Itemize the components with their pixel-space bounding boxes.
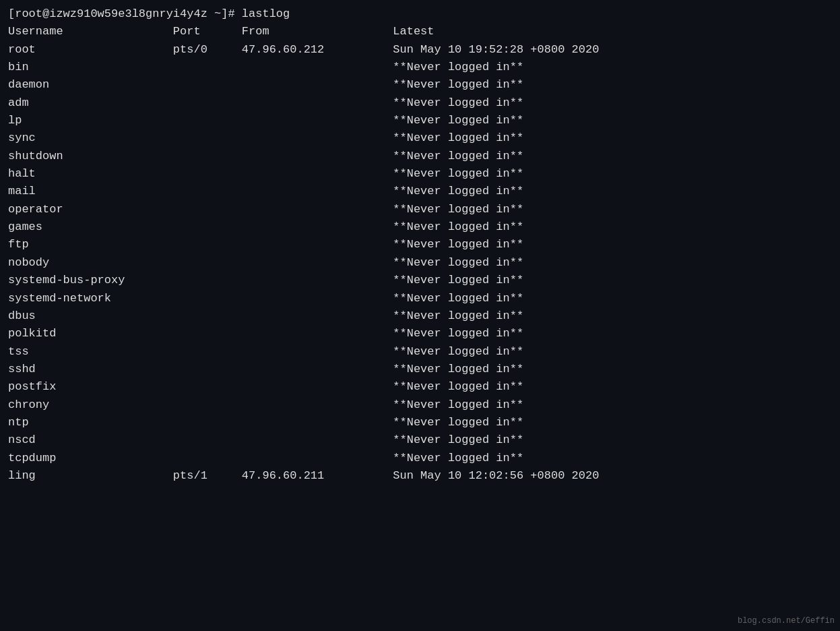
table-row: mail **Never logged in** xyxy=(8,183,832,200)
table-row: sshd **Never logged in** xyxy=(8,361,832,378)
watermark: blog.csdn.net/Geffin xyxy=(738,616,835,626)
table-row: sync **Never logged in** xyxy=(8,129,832,147)
table-row: nobody **Never logged in** xyxy=(8,254,832,272)
table-row: daemon **Never logged in** xyxy=(8,76,832,94)
command-prompt: [root@izwz910w59e3l8gnryi4y4z ~]# lastlo… xyxy=(8,5,832,23)
table-row: tcpdump **Never logged in** xyxy=(8,450,832,467)
table-row: root pts/0 47.96.60.212 Sun May 10 19:52… xyxy=(8,41,832,59)
table-row: adm **Never logged in** xyxy=(8,94,832,112)
table-row: chrony **Never logged in** xyxy=(8,396,832,414)
table-row: systemd-network **Never logged in** xyxy=(8,290,832,307)
table-row: ntp **Never logged in** xyxy=(8,414,832,431)
table-row: systemd-bus-proxy **Never logged in** xyxy=(8,272,832,289)
table-row: dbus **Never logged in** xyxy=(8,307,832,325)
table-header: Username Port From Latest xyxy=(8,23,832,40)
terminal: [root@izwz910w59e3l8gnryi4y4z ~]# lastlo… xyxy=(0,0,840,631)
table-row: postfix **Never logged in** xyxy=(8,378,832,396)
table-row: games **Never logged in** xyxy=(8,218,832,236)
table-row: ling pts/1 47.96.60.211 Sun May 10 12:02… xyxy=(8,467,832,485)
table-row: ftp **Never logged in** xyxy=(8,236,832,253)
table-row: operator **Never logged in** xyxy=(8,201,832,218)
table-row: shutdown **Never logged in** xyxy=(8,148,832,165)
table-row: bin **Never logged in** xyxy=(8,59,832,76)
table-row: nscd **Never logged in** xyxy=(8,431,832,449)
table-row: tss **Never logged in** xyxy=(8,343,832,361)
table-row: lp **Never logged in** xyxy=(8,112,832,129)
table-row: polkitd **Never logged in** xyxy=(8,325,832,342)
table-row: halt **Never logged in** xyxy=(8,165,832,183)
